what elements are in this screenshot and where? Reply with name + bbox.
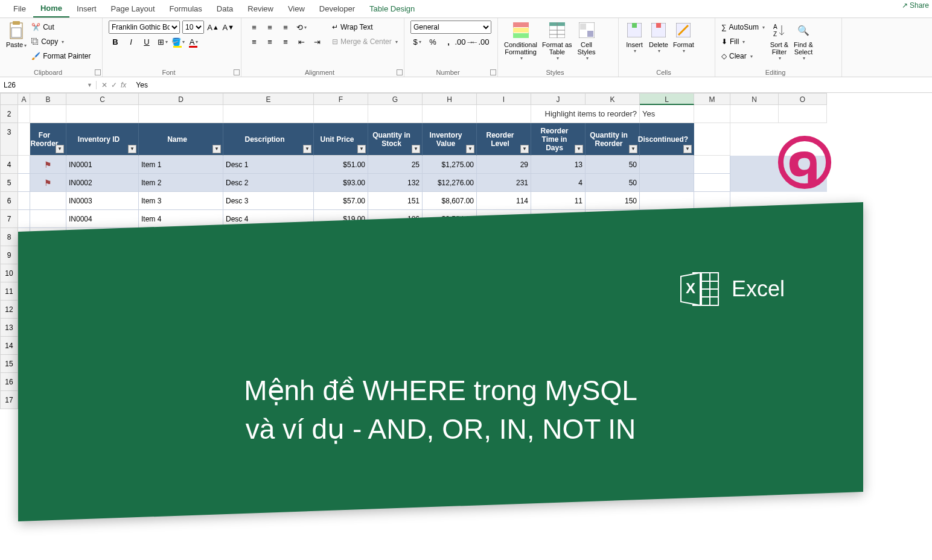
row-header-5[interactable]: 5: [0, 174, 18, 192]
format-button[interactable]: Format: [671, 19, 697, 68]
col-header-D[interactable]: D: [139, 93, 223, 105]
row-header-6[interactable]: 6: [0, 192, 18, 210]
highlight-value[interactable]: Yes: [640, 105, 694, 123]
orientation-icon[interactable]: ⟲: [295, 21, 308, 34]
row-header-16[interactable]: 16: [0, 373, 18, 391]
fx-icon[interactable]: fx: [121, 81, 126, 89]
tab-file[interactable]: File: [6, 1, 33, 17]
discontinued[interactable]: [640, 156, 694, 174]
border-button[interactable]: ⊞: [156, 35, 169, 48]
table-header[interactable]: Quantity in Stock▼: [368, 123, 423, 156]
col-header-F[interactable]: F: [314, 93, 368, 105]
cut-button[interactable]: ✂️Cut: [31, 21, 91, 34]
item-name[interactable]: Item 2: [139, 174, 223, 192]
share-button[interactable]: ↗Share: [902, 1, 929, 10]
tab-review[interactable]: Review: [240, 1, 281, 17]
tab-data[interactable]: Data: [209, 1, 240, 17]
inventory-id[interactable]: IN0001: [66, 156, 139, 174]
table-header[interactable]: Reorder Time in Days▼: [531, 123, 586, 156]
reorder-time[interactable]: 4: [531, 174, 586, 192]
align-bottom-icon[interactable]: ≡: [279, 21, 292, 34]
reorder-level[interactable]: 29: [477, 156, 531, 174]
row-header-13[interactable]: 13: [0, 319, 18, 337]
filter-icon[interactable]: ▼: [466, 145, 474, 153]
filter-icon[interactable]: ▼: [575, 145, 583, 153]
qty-reorder[interactable]: 50: [586, 174, 640, 192]
col-header-O[interactable]: O: [779, 93, 827, 105]
tab-developer[interactable]: Developer: [312, 1, 362, 17]
font-size-select[interactable]: 10: [182, 21, 204, 34]
fill-color-button[interactable]: 🪣: [171, 35, 185, 48]
align-middle-icon[interactable]: ≡: [263, 21, 276, 34]
row-header-3[interactable]: 3: [0, 123, 18, 156]
cancel-formula-icon[interactable]: ✕: [101, 81, 107, 89]
col-header-L[interactable]: L: [640, 93, 694, 105]
enter-formula-icon[interactable]: ✓: [111, 81, 117, 89]
item-desc[interactable]: Desc 3: [223, 192, 314, 210]
align-left-icon[interactable]: ≡: [247, 35, 261, 48]
col-header-C[interactable]: C: [66, 93, 139, 105]
item-desc[interactable]: Desc 2: [223, 174, 314, 192]
item-name[interactable]: Item 3: [139, 192, 223, 210]
decrease-font-icon[interactable]: A▼: [222, 21, 235, 34]
inv-value[interactable]: $1,275.00: [423, 156, 477, 174]
inventory-id[interactable]: IN0003: [66, 192, 139, 210]
discontinued[interactable]: [640, 174, 694, 192]
conditional-formatting-button[interactable]: Conditional Formatting: [502, 19, 540, 68]
increase-decimal-button[interactable]: .00→: [458, 35, 471, 48]
col-header-M[interactable]: M: [694, 93, 730, 105]
format-as-table-button[interactable]: Format as Table: [540, 19, 575, 68]
paste-button[interactable]: Paste: [4, 19, 29, 68]
comma-button[interactable]: ,: [442, 35, 455, 48]
row-header-4[interactable]: 4: [0, 156, 18, 174]
unit-price[interactable]: $51.00: [314, 156, 368, 174]
italic-button[interactable]: I: [124, 35, 138, 48]
col-header-E[interactable]: E: [223, 93, 314, 105]
filter-icon[interactable]: ▼: [303, 145, 311, 153]
table-header[interactable]: Name▼: [139, 123, 223, 156]
filter-icon[interactable]: ▼: [212, 145, 221, 153]
font-color-button[interactable]: A: [187, 35, 200, 48]
filter-icon[interactable]: ▼: [520, 145, 529, 153]
row-header-2[interactable]: 2: [0, 105, 18, 123]
reorder-time[interactable]: 13: [531, 156, 586, 174]
align-center-icon[interactable]: ≡: [263, 35, 276, 48]
filter-icon[interactable]: ▼: [629, 145, 637, 153]
accounting-format-button[interactable]: $: [410, 35, 424, 48]
fill-button[interactable]: ⬇Fill: [721, 35, 765, 48]
insert-button[interactable]: Insert: [622, 19, 646, 68]
filter-icon[interactable]: ▼: [56, 145, 64, 153]
table-header[interactable]: Quantity in Reorder▼: [586, 123, 640, 156]
copy-button[interactable]: ⿻Copy: [31, 35, 91, 48]
reorder-time[interactable]: 11: [531, 192, 586, 210]
row-header-12[interactable]: 12: [0, 301, 18, 319]
align-top-icon[interactable]: ≡: [247, 21, 261, 34]
unit-price[interactable]: $57.00: [314, 192, 368, 210]
row-header-14[interactable]: 14: [0, 337, 18, 355]
table-header[interactable]: Inventory Value▼: [423, 123, 477, 156]
delete-button[interactable]: Delete: [646, 19, 671, 68]
dialog-launcher[interactable]: [234, 69, 240, 75]
select-all-button[interactable]: [0, 93, 18, 105]
qty-stock[interactable]: 132: [368, 174, 423, 192]
filter-icon[interactable]: ▼: [412, 145, 420, 153]
table-header[interactable]: Description▼: [223, 123, 314, 156]
formula-input[interactable]: Yes: [131, 81, 932, 89]
filter-icon[interactable]: ▼: [128, 145, 136, 153]
bold-button[interactable]: B: [109, 35, 122, 48]
col-header-H[interactable]: H: [423, 93, 477, 105]
item-name[interactable]: Item 1: [139, 156, 223, 174]
qty-stock[interactable]: 151: [368, 192, 423, 210]
merge-center-button[interactable]: ⊟Merge & Center: [332, 35, 398, 48]
row-header-7[interactable]: 7: [0, 210, 18, 228]
tab-formulas[interactable]: Formulas: [162, 1, 209, 17]
dialog-launcher[interactable]: [95, 69, 101, 75]
sort-filter-button[interactable]: AZSort & Filter: [767, 19, 791, 68]
col-header-N[interactable]: N: [730, 93, 779, 105]
qty-stock[interactable]: 25: [368, 156, 423, 174]
table-header[interactable]: Inventory ID▼: [66, 123, 139, 156]
col-header-K[interactable]: K: [586, 93, 640, 105]
decrease-decimal-button[interactable]: ←.00: [473, 35, 487, 48]
row-header-10[interactable]: 10: [0, 264, 18, 282]
font-name-select[interactable]: Franklin Gothic Bo: [109, 21, 180, 34]
